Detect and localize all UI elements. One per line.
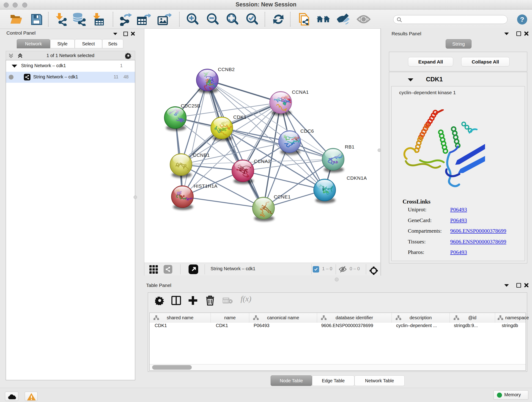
svg-text:CDC6: CDC6 bbox=[300, 128, 314, 134]
svg-text:RB1: RB1 bbox=[345, 144, 355, 149]
svg-text:CCNB1: CCNB1 bbox=[193, 153, 210, 158]
svg-text:HIST1H1A: HIST1H1A bbox=[194, 183, 217, 189]
svg-text:CCNA2: CCNA2 bbox=[254, 159, 271, 164]
svg-text:CDK1: CDK1 bbox=[233, 114, 247, 120]
svg-text:?: ? bbox=[520, 16, 524, 23]
svg-text:CDC25B: CDC25B bbox=[181, 103, 201, 108]
svg-text:CDKN1A: CDKN1A bbox=[347, 175, 367, 181]
svg-text:CCNE1: CCNE1 bbox=[274, 194, 291, 199]
svg-text:CCNB2: CCNB2 bbox=[218, 67, 235, 72]
svg-text:CCNA1: CCNA1 bbox=[292, 89, 309, 95]
